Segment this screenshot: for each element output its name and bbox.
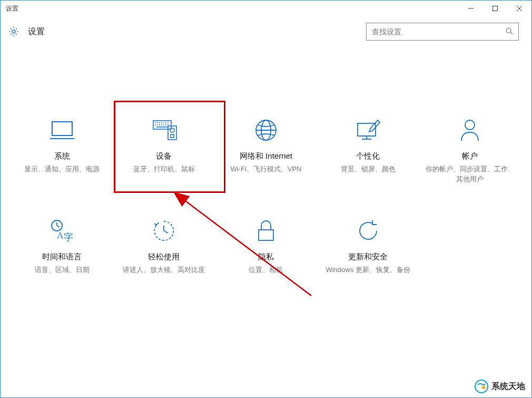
- tile-desc: 你的帐户、同步设置、工作、其他用户: [425, 164, 515, 185]
- personalization-icon: [356, 115, 381, 145]
- update-icon: [357, 216, 380, 246]
- tile-title: 隐私: [258, 252, 274, 262]
- search-icon: [506, 27, 513, 36]
- tile-devices[interactable]: 设备 蓝牙、打印机、鼠标: [114, 110, 214, 190]
- minimize-button[interactable]: [459, 1, 483, 16]
- page-title: 设置: [28, 26, 45, 37]
- svg-point-45: [482, 386, 485, 389]
- svg-rect-42: [259, 230, 273, 240]
- tile-title: 设备: [156, 151, 172, 161]
- settings-window: 设置 设置: [0, 0, 532, 398]
- tile-desc: 位置、相机: [249, 265, 283, 275]
- tile-time-language[interactable]: A 字 时间和语言 语音、区域、日期: [12, 211, 112, 280]
- tile-desc: Wi-Fi、飞行模式、VPN: [230, 164, 301, 174]
- tile-title: 个性化: [356, 151, 380, 161]
- tile-title: 更新和安全: [348, 252, 388, 262]
- tile-desc: 语音、区域、日期: [35, 265, 90, 275]
- close-button[interactable]: [507, 1, 531, 16]
- display-icon: [49, 115, 75, 145]
- svg-line-37: [57, 226, 60, 227]
- globe-icon: [254, 115, 278, 145]
- tile-accounts[interactable]: 帐户 你的帐户、同步设置、工作、其他用户: [420, 110, 520, 190]
- svg-point-4: [12, 30, 15, 33]
- tile-title: 轻松使用: [148, 252, 180, 262]
- search-box[interactable]: [366, 23, 519, 41]
- svg-point-26: [170, 128, 174, 132]
- tile-title: 时间和语言: [42, 252, 82, 262]
- maximize-button[interactable]: [483, 1, 507, 16]
- titlebar: 设置: [1, 1, 531, 16]
- svg-rect-7: [52, 122, 72, 135]
- svg-line-41: [164, 231, 168, 233]
- watermark: 系统天地: [475, 380, 525, 393]
- tile-desc: 蓝牙、打印机、鼠标: [133, 164, 195, 174]
- settings-grid: 系统 显示、通知、应用、电源 设备 蓝牙、打印机、鼠标: [1, 47, 531, 302]
- tile-desc: 显示、通知、应用、电源: [24, 164, 100, 174]
- ease-of-access-icon: [152, 216, 175, 246]
- person-icon: [459, 115, 480, 145]
- lock-icon: [257, 216, 275, 246]
- svg-rect-1: [493, 6, 498, 11]
- tile-privacy[interactable]: 隐私 位置、相机: [216, 211, 316, 280]
- gear-icon: [8, 26, 19, 37]
- header: 设置: [1, 16, 531, 47]
- svg-text:A: A: [57, 230, 64, 240]
- tile-desc: 背景、锁屏、颜色: [341, 164, 396, 174]
- tile-ease-of-access[interactable]: 轻松使用 讲述人、放大镜、高对比度: [114, 211, 214, 280]
- tile-desc: Windows 更新、恢复、备份: [326, 265, 410, 275]
- tile-title: 帐户: [462, 151, 478, 161]
- tile-network[interactable]: 网络和 Internet Wi-Fi、飞行模式、VPN: [216, 110, 316, 190]
- svg-point-34: [465, 120, 475, 130]
- tile-desc: 讲述人、放大镜、高对比度: [123, 265, 205, 275]
- svg-text:字: 字: [64, 232, 73, 242]
- tile-update-security[interactable]: 更新和安全 Windows 更新、恢复、备份: [318, 211, 418, 280]
- devices-icon: [149, 115, 179, 145]
- watermark-icon: [475, 380, 488, 393]
- tile-personalization[interactable]: 个性化 背景、锁屏、颜色: [318, 110, 418, 190]
- svg-line-6: [510, 32, 513, 34]
- tile-system[interactable]: 系统 显示、通知、应用、电源: [12, 110, 112, 190]
- tile-title: 系统: [54, 151, 70, 161]
- svg-rect-27: [171, 134, 174, 138]
- window-controls: [459, 1, 531, 16]
- time-language-icon: A 字: [50, 216, 75, 246]
- tile-title: 网络和 Internet: [240, 151, 292, 161]
- window-title: 设置: [6, 4, 459, 13]
- search-input[interactable]: [372, 27, 506, 36]
- watermark-text: 系统天地: [491, 381, 525, 392]
- svg-point-5: [506, 28, 511, 33]
